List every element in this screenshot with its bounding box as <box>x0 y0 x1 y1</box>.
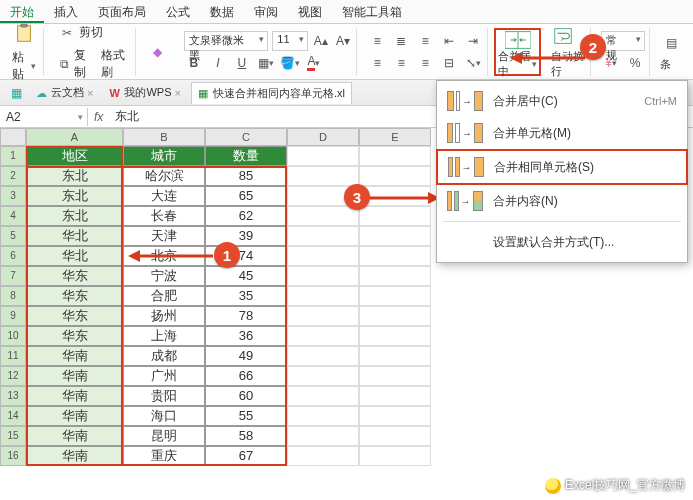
row-header[interactable]: 1 <box>0 146 26 166</box>
row-header[interactable]: 12 <box>0 366 26 386</box>
table-cell[interactable]: 45 <box>205 266 287 286</box>
font-size-select[interactable]: 11 <box>272 31 307 51</box>
row-header[interactable]: 9 <box>0 306 26 326</box>
cell-empty[interactable] <box>359 206 431 226</box>
row-header[interactable]: 11 <box>0 346 26 366</box>
cell-empty[interactable] <box>359 246 431 266</box>
decrease-font-icon[interactable]: A▾ <box>334 31 352 51</box>
cell-empty[interactable] <box>287 146 359 166</box>
number-format-select[interactable]: 常规 <box>601 31 645 51</box>
orient-icon[interactable]: ⤡▾ <box>463 53 483 73</box>
cell-empty[interactable] <box>359 146 431 166</box>
align-top-icon[interactable]: ≡ <box>367 31 387 51</box>
table-cell[interactable]: 65 <box>205 186 287 206</box>
col-header-E[interactable]: E <box>359 128 431 146</box>
cell-empty[interactable] <box>359 366 431 386</box>
table-cell[interactable]: 66 <box>205 366 287 386</box>
font-name-select[interactable]: 文泉驿微米黑 <box>184 31 268 51</box>
cell-empty[interactable] <box>359 386 431 406</box>
underline-icon[interactable]: U <box>232 53 252 73</box>
merge-content-item[interactable]: → 合并内容(N) <box>437 185 687 217</box>
percent-icon[interactable]: % <box>625 53 645 73</box>
cloud-doc-tab[interactable]: ☁云文档× <box>30 82 99 103</box>
table-cell[interactable]: 东北 <box>26 206 123 226</box>
table-cell[interactable]: 华南 <box>26 366 123 386</box>
table-cell[interactable]: 华南 <box>26 346 123 366</box>
cell-empty[interactable] <box>359 326 431 346</box>
table-cell[interactable]: 合肥 <box>123 286 205 306</box>
table-cell[interactable]: 67 <box>205 446 287 466</box>
cell-empty[interactable] <box>287 306 359 326</box>
table-cell[interactable]: 39 <box>205 226 287 246</box>
table-cell[interactable]: 华南 <box>26 386 123 406</box>
cut-button[interactable]: ✂剪切 <box>54 22 131 44</box>
table-cell[interactable]: 东北 <box>26 186 123 206</box>
table-cell[interactable]: 华南 <box>26 446 123 466</box>
align-mid-icon[interactable]: ≣ <box>391 31 411 51</box>
col-header-C[interactable]: C <box>205 128 287 146</box>
row-header[interactable]: 10 <box>0 326 26 346</box>
row-header[interactable]: 15 <box>0 426 26 446</box>
copy-button[interactable]: ⧉复制 <box>54 46 94 82</box>
col-header-B[interactable]: B <box>123 128 205 146</box>
name-box[interactable]: A2 <box>0 108 88 126</box>
cell-empty[interactable] <box>359 166 431 186</box>
wrap-icon[interactable] <box>551 25 575 47</box>
table-cell[interactable]: 36 <box>205 326 287 346</box>
select-all-corner[interactable] <box>0 128 26 146</box>
table-cell[interactable]: 60 <box>205 386 287 406</box>
indent-dec-icon[interactable]: ⇤ <box>439 31 459 51</box>
align-right-icon[interactable]: ≡ <box>415 53 435 73</box>
table-cell[interactable]: 长春 <box>123 206 205 226</box>
cell-empty[interactable] <box>359 286 431 306</box>
col-header-D[interactable]: D <box>287 128 359 146</box>
paste-label[interactable]: 粘贴▾ <box>9 48 39 84</box>
table-cell[interactable]: 35 <box>205 286 287 306</box>
table-cell[interactable]: 哈尔滨 <box>123 166 205 186</box>
formula-value[interactable]: 东北 <box>109 106 145 127</box>
cell-empty[interactable] <box>287 386 359 406</box>
align-center-icon[interactable]: ≡ <box>391 53 411 73</box>
table-cell[interactable]: 东北 <box>26 166 123 186</box>
mywps-tab[interactable]: W我的WPS× <box>103 82 187 103</box>
default-merge-item[interactable]: 设置默认合并方式(T)... <box>437 226 687 258</box>
align-left-icon[interactable]: ≡ <box>367 53 387 73</box>
cell-empty[interactable] <box>359 426 431 446</box>
cell-empty[interactable] <box>287 166 359 186</box>
table-cell[interactable]: 华东 <box>26 326 123 346</box>
italic-icon[interactable]: I <box>208 53 228 73</box>
fx-icon[interactable]: fx <box>88 110 109 124</box>
col-header-A[interactable]: A <box>26 128 123 146</box>
tab-insert[interactable]: 插入 <box>44 0 88 23</box>
cell-empty[interactable] <box>287 246 359 266</box>
row-header[interactable]: 13 <box>0 386 26 406</box>
cell-empty[interactable] <box>287 366 359 386</box>
cell-empty[interactable] <box>359 266 431 286</box>
table-cell[interactable]: 上海 <box>123 326 205 346</box>
font-color-icon[interactable]: A▾ <box>304 53 324 73</box>
cell-empty[interactable] <box>287 286 359 306</box>
increase-font-icon[interactable]: A▴ <box>312 31 330 51</box>
table-cell[interactable]: 贵阳 <box>123 386 205 406</box>
row-header[interactable]: 16 <box>0 446 26 466</box>
cell-empty[interactable] <box>287 266 359 286</box>
table-cell[interactable]: 55 <box>205 406 287 426</box>
table-cell[interactable]: 华北 <box>26 246 123 266</box>
cell-empty[interactable] <box>287 346 359 366</box>
row-header[interactable]: 3 <box>0 186 26 206</box>
cell-empty[interactable] <box>359 346 431 366</box>
table-cell[interactable]: 华东 <box>26 286 123 306</box>
table-cell[interactable]: 华南 <box>26 406 123 426</box>
cell-B1[interactable]: 城市 <box>123 146 205 166</box>
table-cell[interactable]: 85 <box>205 166 287 186</box>
cell-empty[interactable] <box>287 226 359 246</box>
table-cell[interactable]: 宁波 <box>123 266 205 286</box>
tab-data[interactable]: 数据 <box>200 0 244 23</box>
cell-empty[interactable] <box>287 326 359 346</box>
row-header[interactable]: 7 <box>0 266 26 286</box>
merge-center-item[interactable]: → 合并居中(C) Ctrl+M <box>437 85 687 117</box>
table-cell[interactable]: 扬州 <box>123 306 205 326</box>
fill-color-icon[interactable]: 🪣▾ <box>280 53 300 73</box>
table-cell[interactable]: 成都 <box>123 346 205 366</box>
table-cell[interactable]: 华南 <box>26 426 123 446</box>
